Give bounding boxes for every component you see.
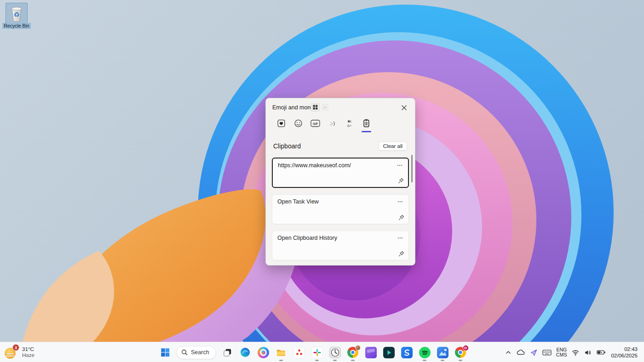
item-more-button[interactable] (396, 162, 404, 169)
clock-app[interactable] (327, 344, 344, 361)
paper-plane-icon (530, 349, 538, 356)
item-pin-button[interactable] (397, 176, 405, 185)
search-box[interactable]: Search (176, 346, 216, 359)
clock-date-button[interactable]: 02:43 02/06/2025 (608, 346, 641, 359)
clipboard-item-text: Open Task View (277, 198, 319, 205)
grid-icon (313, 105, 318, 110)
wifi-button[interactable] (569, 344, 582, 361)
close-icon (401, 105, 407, 111)
edge-app[interactable] (237, 344, 254, 361)
ellipsis-icon (397, 201, 403, 203)
clipboard-item-text: Open Clipboard History (277, 235, 337, 241)
system-tray: ENG CMS (502, 342, 641, 362)
clipboard-item[interactable]: Open Task View (272, 194, 409, 224)
red-dots-app[interactable] (291, 344, 308, 361)
file-explorer-icon (276, 347, 287, 358)
weather-condition: Haze (22, 352, 34, 358)
panel-title: Emoji and more (272, 104, 313, 111)
sync-app[interactable] (398, 344, 415, 361)
chrome-profile-d-app[interactable]: D (452, 344, 469, 361)
panel-tabs: GIF ;-) ✱t Δ+ (276, 117, 372, 129)
recycle-bin-shortcut[interactable]: ♻ Recycle Bin (2, 3, 31, 29)
speaker-icon (584, 349, 592, 356)
tab-symbols[interactable]: ✱t Δ+ (344, 117, 355, 129)
pin-icon (398, 250, 405, 257)
sync-icon (401, 347, 413, 358)
panel-options-button[interactable] (322, 104, 328, 111)
search-icon (181, 349, 188, 356)
touch-keyboard-button[interactable] (540, 344, 554, 361)
chrome-profile-d-badge: D (463, 345, 469, 351)
clear-all-button[interactable]: Clear all (379, 141, 407, 151)
slack-icon (311, 347, 323, 358)
tab-clipboard[interactable] (361, 117, 372, 129)
tray-date: 02/06/2025 (611, 352, 638, 359)
weather-temperature: 31°C (22, 346, 34, 352)
red-dots-icon (293, 347, 305, 358)
cloud-icon (517, 349, 525, 356)
tray-time: 02:43 (611, 346, 638, 352)
clipboard-item-text: https://www.makeuseof.com/ (278, 162, 351, 169)
panel-grid-button[interactable] (310, 103, 320, 112)
kaomoji-icon: ;-) (328, 119, 338, 127)
search-label: Search (191, 349, 209, 356)
selected-tab-underline (362, 131, 371, 132)
notification-badge: 3 (12, 344, 19, 351)
clipboard-item[interactable]: Open Clipboard History (272, 231, 409, 260)
chrome-app[interactable] (345, 344, 362, 361)
edge-icon (240, 347, 251, 358)
onedrive-tray-icon-button[interactable] (514, 344, 528, 361)
file-explorer-app[interactable] (273, 344, 290, 361)
windows-logo-icon (160, 347, 170, 357)
pin-icon (397, 177, 404, 184)
video-play-app[interactable] (380, 344, 397, 361)
panel-close-button[interactable] (398, 102, 409, 113)
clipboard-icon (362, 119, 371, 128)
chrome-profile-photo (355, 345, 361, 351)
start-button[interactable] (156, 344, 173, 361)
recent-icon (277, 119, 286, 128)
taskbar-center: Search (156, 342, 469, 362)
photos-app[interactable] (434, 344, 451, 361)
wifi-icon (571, 349, 580, 356)
pin-icon (398, 214, 405, 221)
taskbar: 3 31°C Haze Search (0, 342, 644, 362)
svg-text:♻: ♻ (13, 11, 19, 18)
tab-recent[interactable] (276, 117, 287, 129)
tray-overflow-button[interactable] (502, 344, 514, 361)
svg-text:;-): ;-) (330, 120, 334, 126)
item-pin-button[interactable] (397, 213, 405, 221)
clipboard-items: https://www.makeuseof.com/ Open Task Vie… (272, 158, 409, 267)
battery-button[interactable] (594, 344, 608, 361)
copilot-icon (258, 347, 269, 358)
send-tray-icon-button[interactable] (528, 344, 540, 361)
tab-kaomoji[interactable]: ;-) (327, 117, 338, 129)
volume-button[interactable] (582, 344, 594, 361)
recycle-bin-selection: ♻ (6, 3, 28, 23)
clipboard-section-label: Clipboard (273, 142, 301, 150)
clipboard-item[interactable]: https://www.makeuseof.com/ (272, 158, 409, 188)
language-line2: CMS (556, 352, 567, 358)
language-switcher[interactable]: ENG CMS (554, 344, 569, 361)
symbols-icon: ✱t Δ+ (345, 119, 354, 128)
copilot-app[interactable] (255, 344, 272, 361)
photos-icon (437, 347, 448, 358)
ellipsis-icon (397, 164, 402, 166)
purple-media-app[interactable] (362, 344, 380, 361)
emoji-clipboard-panel: Emoji and more (265, 98, 415, 266)
chevron-up-icon (505, 349, 512, 356)
slack-app[interactable] (309, 344, 326, 361)
item-pin-button[interactable] (397, 249, 405, 258)
tab-gif[interactable]: GIF (310, 117, 321, 129)
tab-emoji[interactable] (293, 117, 304, 129)
weather-icon: 3 (5, 346, 18, 359)
item-more-button[interactable] (396, 234, 404, 242)
item-more-button[interactable] (396, 198, 404, 205)
smiley-icon (294, 119, 303, 128)
weather-widget[interactable]: 3 31°C Haze (5, 342, 34, 362)
spotify-app[interactable] (416, 344, 433, 361)
battery-charging-icon (597, 349, 606, 356)
recycle-bin-icon: ♻ (8, 4, 25, 23)
task-view-button[interactable] (219, 344, 236, 361)
panel-scrollbar[interactable] (411, 155, 413, 182)
